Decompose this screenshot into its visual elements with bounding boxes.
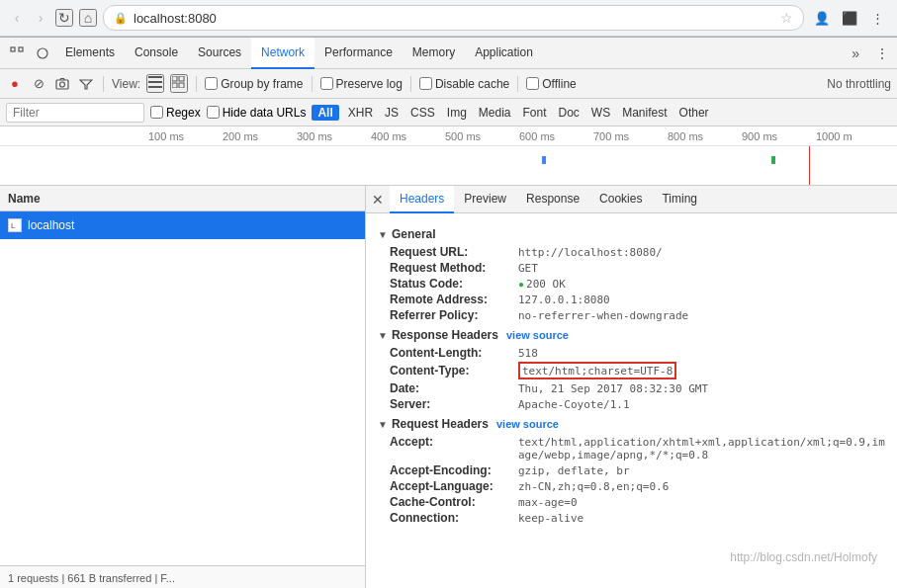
request-headers-triangle-icon: ▼ [378,419,388,430]
refresh-button[interactable]: ↻ [55,9,73,27]
view-label: View: [112,77,140,91]
home-button[interactable]: ⌂ [79,9,97,27]
timeline-bar-green [771,156,775,164]
details-tab-response[interactable]: Response [516,186,589,213]
svg-rect-0 [11,47,15,51]
camera-button[interactable] [53,75,71,93]
devtools-icon-1[interactable] [4,38,30,69]
details-tab-cookies[interactable]: Cookies [589,186,652,213]
response-view-source-link[interactable]: view source [506,329,569,341]
browser-chrome: ‹ › ↻ ⌂ 🔒 localhost:8080 ☆ 👤 ⬛ ⋮ [0,0,897,37]
extensions-icon[interactable]: ⬛ [838,6,861,30]
svg-point-4 [60,82,65,87]
svg-rect-3 [56,80,68,89]
svg-rect-10 [172,83,177,88]
tab-memory[interactable]: Memory [403,38,465,69]
details-panel: ✕ Headers Preview Response Cookies Timin… [366,186,897,588]
status-code-key: Status Code: [390,277,518,291]
more-tabs-button[interactable]: » [844,38,867,69]
address-text: localhost:8080 [134,11,774,26]
disable-cache-checkbox[interactable]: Disable cache [419,77,509,91]
browser-toolbar: ‹ › ↻ ⌂ 🔒 localhost:8080 ☆ 👤 ⬛ ⋮ [0,0,897,36]
clear-button[interactable]: ⊘ [30,75,47,93]
details-tab-headers[interactable]: Headers [390,186,454,213]
toolbar-separator-4 [410,76,411,92]
status-dot-icon: ● [518,279,524,290]
filter-font-button[interactable]: Font [520,105,550,121]
filter-xhr-button[interactable]: XHR [345,105,376,121]
svg-rect-5 [148,76,162,78]
preserve-log-checkbox[interactable]: Preserve log [320,77,403,91]
date-value: Thu, 21 Sep 2017 08:32:30 GMT [518,382,708,395]
tab-console[interactable]: Console [125,38,188,69]
regex-checkbox[interactable]: Regex [150,106,201,120]
tab-application[interactable]: Application [465,38,543,69]
detail-row-cache-control: Cache-Control: max-age=0 [378,495,885,509]
general-section-header[interactable]: ▼ General [378,227,885,241]
group-frame-checkbox[interactable]: Group by frame [205,77,303,91]
view-filmstrip-button[interactable] [170,74,188,93]
detail-row-remote-address: Remote Address: 127.0.0.1:8080 [378,293,885,306]
offline-checkbox[interactable]: Offline [526,77,576,91]
requests-status-bar: 1 requests | 661 B transferred | F... [0,565,365,588]
accept-encoding-value: gzip, deflate, br [518,464,630,477]
devtools-icon-2[interactable] [30,38,55,69]
request-headers-section-header[interactable]: ▼ Request Headers view source [378,417,885,431]
devtools-menu-button[interactable]: ⋮ [867,38,897,69]
tick-900ms: 900 ms [742,130,816,142]
filter-ws-button[interactable]: WS [588,105,613,121]
response-headers-section-header[interactable]: ▼ Response Headers view source [378,328,885,342]
timeline-bar-blue [542,156,546,164]
details-close-button[interactable]: ✕ [366,186,390,213]
filter-js-button[interactable]: JS [382,105,402,121]
filter-input[interactable] [6,103,144,123]
timeline-red-line [809,146,810,185]
detail-row-accept-language: Accept-Language: zh-CN,zh;q=0.8,en;q=0.6 [378,479,885,493]
requests-panel: Name L localhost 1 requests | 661 B tran… [0,186,366,588]
accept-encoding-key: Accept-Encoding: [390,463,518,477]
filter-manifest-button[interactable]: Manifest [619,105,670,121]
menu-icon[interactable]: ⋮ [865,6,889,30]
details-content: ▼ General Request URL: http://localhost:… [366,213,897,588]
filter-doc-button[interactable]: Doc [556,105,583,121]
browser-actions: 👤 ⬛ ⋮ [810,6,889,30]
accept-language-key: Accept-Language: [390,479,518,493]
detail-row-accept-encoding: Accept-Encoding: gzip, deflate, br [378,463,885,477]
tab-network[interactable]: Network [251,38,314,69]
cache-control-value: max-age=0 [518,496,578,509]
toolbar-separator-5 [517,76,518,92]
svg-point-2 [38,48,47,58]
filter-button[interactable] [77,75,95,93]
tick-100ms: 100 ms [148,130,223,142]
request-item-localhost[interactable]: L localhost [0,211,365,239]
hide-data-checkbox[interactable]: Hide data URLs [207,106,307,120]
tab-elements[interactable]: Elements [55,38,125,69]
forward-button[interactable]: › [32,9,49,27]
cache-control-key: Cache-Control: [390,495,518,509]
record-button[interactable]: ● [6,75,24,93]
filter-img-button[interactable]: Img [444,105,470,121]
back-button[interactable]: ‹ [8,9,26,27]
tab-sources[interactable]: Sources [188,38,251,69]
request-view-source-link[interactable]: view source [496,418,559,430]
tab-performance[interactable]: Performance [314,38,403,69]
request-url-value: http://localhost:8080/ [518,246,663,259]
profile-icon[interactable]: 👤 [810,6,834,30]
lock-icon: 🔒 [114,12,128,25]
filter-media-button[interactable]: Media [476,105,514,121]
filter-css-button[interactable]: CSS [407,105,438,121]
svg-rect-9 [179,76,184,81]
toolbar-separator-3 [312,76,313,92]
address-bar[interactable]: 🔒 localhost:8080 ☆ [103,5,804,31]
svg-text:L: L [11,221,16,230]
filter-other-button[interactable]: Other [676,105,712,121]
details-tab-preview[interactable]: Preview [454,186,516,213]
tick-600ms: 600 ms [519,130,593,142]
detail-row-request-method: Request Method: GET [378,261,885,275]
view-list-button[interactable] [146,74,164,93]
timeline-area: 100 ms 200 ms 300 ms 400 ms 500 ms 600 m… [0,126,897,186]
details-tab-timing[interactable]: Timing [652,186,707,213]
filter-all-button[interactable]: All [312,105,338,121]
network-toolbar: ● ⊘ View: Group by frame Preserve log [0,69,897,99]
date-key: Date: [390,381,518,395]
